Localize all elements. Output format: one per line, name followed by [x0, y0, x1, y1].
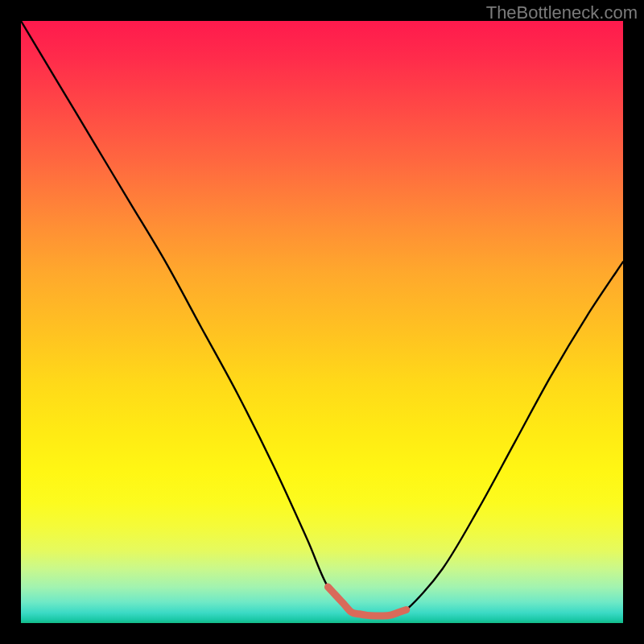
watermark-text: TheBottleneck.com	[486, 2, 638, 23]
gradient-plot-area	[21, 21, 623, 623]
bottleneck-curve	[21, 21, 623, 623]
optimal-zone-highlight	[21, 21, 623, 623]
chart-frame: TheBottleneck.com	[0, 0, 644, 644]
